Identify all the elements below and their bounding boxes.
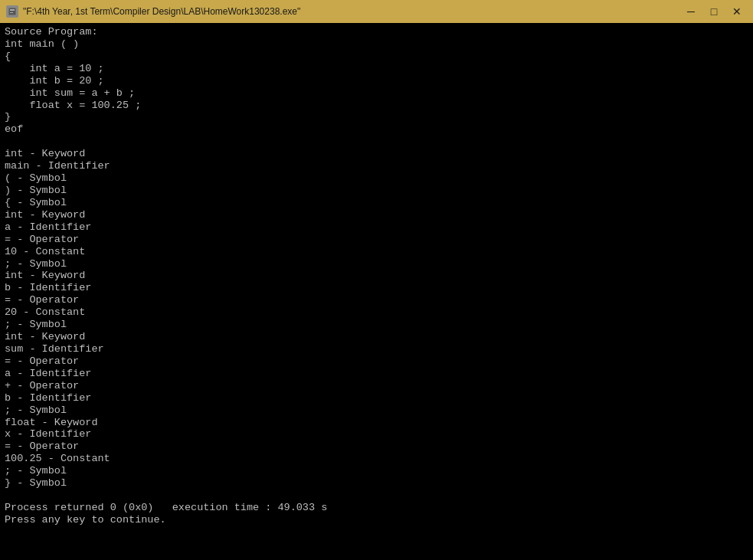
svg-rect-0	[8, 8, 16, 15]
title-bar-left: "F:\4th Year, 1st Term\Compiler Design\L…	[6, 5, 300, 18]
app-icon	[6, 5, 18, 18]
window-title: "F:\4th Year, 1st Term\Compiler Design\L…	[23, 6, 300, 17]
maximize-button[interactable]: □	[704, 4, 724, 19]
title-bar: "F:\4th Year, 1st Term\Compiler Design\L…	[0, 0, 753, 23]
svg-rect-2	[10, 12, 13, 13]
console-output: Source Program: int main ( ) { int a = 1…	[0, 23, 753, 529]
window: "F:\4th Year, 1st Term\Compiler Design\L…	[0, 0, 753, 560]
close-button[interactable]: ✕	[727, 4, 747, 19]
console-area: Source Program: int main ( ) { int a = 1…	[0, 23, 753, 560]
minimize-button[interactable]: ─	[681, 4, 701, 19]
title-bar-controls: ─ □ ✕	[681, 4, 747, 19]
svg-rect-1	[10, 9, 15, 11]
